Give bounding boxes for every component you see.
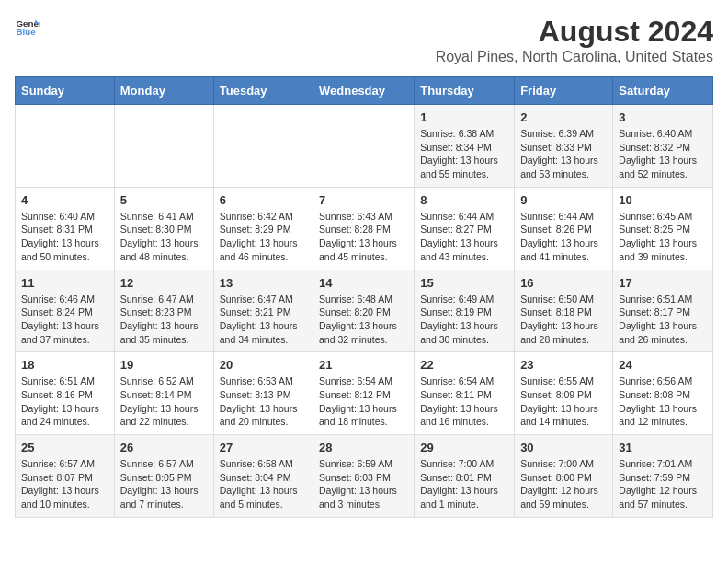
day-cell: 15Sunrise: 6:49 AMSunset: 8:19 PMDayligh… bbox=[415, 270, 515, 352]
day-cell: 2Sunrise: 6:39 AMSunset: 8:33 PMDaylight… bbox=[515, 105, 613, 188]
day-cell: 26Sunrise: 6:57 AMSunset: 8:05 PMDayligh… bbox=[114, 435, 213, 518]
day-cell bbox=[16, 105, 115, 188]
day-number: 5 bbox=[120, 193, 208, 207]
day-cell: 25Sunrise: 6:57 AMSunset: 8:07 PMDayligh… bbox=[16, 435, 115, 518]
day-info: Sunrise: 6:55 AMSunset: 8:09 PMDaylight:… bbox=[520, 374, 607, 429]
title-area: August 2024 Royal Pines, North Carolina,… bbox=[436, 15, 713, 65]
logo: General Blue bbox=[15, 15, 40, 40]
day-cell: 5Sunrise: 6:41 AMSunset: 8:30 PMDaylight… bbox=[114, 187, 213, 270]
header-wednesday: Wednesday bbox=[313, 77, 415, 105]
day-cell: 29Sunrise: 7:00 AMSunset: 8:01 PMDayligh… bbox=[415, 435, 515, 518]
day-number: 11 bbox=[21, 276, 108, 290]
day-info: Sunrise: 6:43 AMSunset: 8:28 PMDaylight:… bbox=[319, 210, 408, 264]
header-saturday: Saturday bbox=[613, 77, 713, 105]
day-number: 14 bbox=[319, 276, 408, 290]
day-cell: 1Sunrise: 6:38 AMSunset: 8:34 PMDaylight… bbox=[415, 105, 515, 188]
day-number: 27 bbox=[220, 441, 307, 454]
day-info: Sunrise: 6:51 AMSunset: 8:16 PMDaylight:… bbox=[21, 374, 108, 429]
day-info: Sunrise: 6:46 AMSunset: 8:24 PMDaylight:… bbox=[21, 293, 108, 347]
day-info: Sunrise: 6:40 AMSunset: 8:32 PMDaylight:… bbox=[619, 127, 707, 181]
week-row-4: 18Sunrise: 6:51 AMSunset: 8:16 PMDayligh… bbox=[16, 352, 713, 435]
day-number: 26 bbox=[120, 441, 208, 454]
header-sunday: Sunday bbox=[16, 77, 115, 105]
day-number: 24 bbox=[619, 358, 707, 372]
header-tuesday: Tuesday bbox=[213, 77, 313, 105]
calendar-body: 1Sunrise: 6:38 AMSunset: 8:34 PMDaylight… bbox=[16, 105, 713, 518]
day-cell: 30Sunrise: 7:00 AMSunset: 8:00 PMDayligh… bbox=[515, 435, 613, 518]
day-cell: 10Sunrise: 6:45 AMSunset: 8:25 PMDayligh… bbox=[613, 187, 713, 270]
day-info: Sunrise: 6:48 AMSunset: 8:20 PMDaylight:… bbox=[319, 293, 408, 347]
day-info: Sunrise: 6:38 AMSunset: 8:34 PMDaylight:… bbox=[420, 127, 508, 181]
day-info: Sunrise: 7:01 AMSunset: 7:59 PMDaylight:… bbox=[619, 457, 707, 511]
day-cell: 14Sunrise: 6:48 AMSunset: 8:20 PMDayligh… bbox=[313, 270, 415, 352]
day-number: 15 bbox=[420, 276, 508, 290]
day-number: 4 bbox=[21, 193, 108, 207]
day-cell: 8Sunrise: 6:44 AMSunset: 8:27 PMDaylight… bbox=[415, 187, 515, 270]
day-info: Sunrise: 6:41 AMSunset: 8:30 PMDaylight:… bbox=[120, 210, 208, 264]
day-info: Sunrise: 6:47 AMSunset: 8:21 PMDaylight:… bbox=[220, 293, 307, 347]
day-cell: 18Sunrise: 6:51 AMSunset: 8:16 PMDayligh… bbox=[16, 352, 115, 435]
day-cell: 28Sunrise: 6:59 AMSunset: 8:03 PMDayligh… bbox=[313, 435, 415, 518]
day-number: 20 bbox=[220, 358, 307, 372]
day-number: 17 bbox=[619, 276, 707, 290]
main-title: August 2024 bbox=[436, 15, 713, 49]
day-info: Sunrise: 7:00 AMSunset: 8:01 PMDaylight:… bbox=[420, 457, 508, 511]
day-info: Sunrise: 6:54 AMSunset: 8:12 PMDaylight:… bbox=[319, 374, 408, 429]
week-row-2: 4Sunrise: 6:40 AMSunset: 8:31 PMDaylight… bbox=[16, 187, 713, 270]
day-cell: 11Sunrise: 6:46 AMSunset: 8:24 PMDayligh… bbox=[16, 270, 115, 352]
day-number: 7 bbox=[319, 193, 408, 207]
day-cell: 12Sunrise: 6:47 AMSunset: 8:23 PMDayligh… bbox=[114, 270, 213, 352]
day-info: Sunrise: 6:50 AMSunset: 8:18 PMDaylight:… bbox=[520, 293, 607, 347]
day-cell: 21Sunrise: 6:54 AMSunset: 8:12 PMDayligh… bbox=[313, 352, 415, 435]
day-info: Sunrise: 6:51 AMSunset: 8:17 PMDaylight:… bbox=[619, 293, 707, 347]
day-number: 6 bbox=[220, 193, 307, 207]
header-monday: Monday bbox=[114, 77, 213, 105]
day-cell: 16Sunrise: 6:50 AMSunset: 8:18 PMDayligh… bbox=[515, 270, 613, 352]
header-row: Sunday Monday Tuesday Wednesday Thursday… bbox=[16, 77, 713, 105]
day-number: 22 bbox=[420, 358, 508, 372]
day-cell: 17Sunrise: 6:51 AMSunset: 8:17 PMDayligh… bbox=[613, 270, 713, 352]
day-info: Sunrise: 6:44 AMSunset: 8:26 PMDaylight:… bbox=[520, 210, 607, 264]
day-cell: 22Sunrise: 6:54 AMSunset: 8:11 PMDayligh… bbox=[415, 352, 515, 435]
day-info: Sunrise: 6:52 AMSunset: 8:14 PMDaylight:… bbox=[120, 374, 208, 429]
day-cell: 7Sunrise: 6:43 AMSunset: 8:28 PMDaylight… bbox=[313, 187, 415, 270]
calendar-header: Sunday Monday Tuesday Wednesday Thursday… bbox=[16, 77, 713, 105]
day-info: Sunrise: 6:49 AMSunset: 8:19 PMDaylight:… bbox=[420, 293, 508, 347]
day-number: 9 bbox=[520, 193, 607, 207]
day-info: Sunrise: 6:45 AMSunset: 8:25 PMDaylight:… bbox=[619, 210, 707, 264]
day-number: 1 bbox=[420, 110, 508, 124]
day-info: Sunrise: 6:59 AMSunset: 8:03 PMDaylight:… bbox=[319, 457, 408, 511]
day-cell: 9Sunrise: 6:44 AMSunset: 8:26 PMDaylight… bbox=[515, 187, 613, 270]
day-number: 3 bbox=[619, 110, 707, 124]
day-cell: 19Sunrise: 6:52 AMSunset: 8:14 PMDayligh… bbox=[114, 352, 213, 435]
day-number: 18 bbox=[21, 358, 108, 372]
day-cell bbox=[114, 105, 213, 188]
day-info: Sunrise: 6:53 AMSunset: 8:13 PMDaylight:… bbox=[220, 374, 307, 429]
day-info: Sunrise: 6:47 AMSunset: 8:23 PMDaylight:… bbox=[120, 293, 208, 347]
week-row-1: 1Sunrise: 6:38 AMSunset: 8:34 PMDaylight… bbox=[16, 105, 713, 188]
day-cell: 13Sunrise: 6:47 AMSunset: 8:21 PMDayligh… bbox=[213, 270, 313, 352]
day-cell: 3Sunrise: 6:40 AMSunset: 8:32 PMDaylight… bbox=[613, 105, 713, 188]
day-info: Sunrise: 7:00 AMSunset: 8:00 PMDaylight:… bbox=[520, 457, 607, 511]
day-number: 12 bbox=[120, 276, 208, 290]
day-number: 21 bbox=[319, 358, 408, 372]
day-cell: 31Sunrise: 7:01 AMSunset: 7:59 PMDayligh… bbox=[613, 435, 713, 518]
day-number: 16 bbox=[520, 276, 607, 290]
day-info: Sunrise: 6:40 AMSunset: 8:31 PMDaylight:… bbox=[21, 210, 108, 264]
day-info: Sunrise: 6:58 AMSunset: 8:04 PMDaylight:… bbox=[220, 457, 307, 511]
day-info: Sunrise: 6:56 AMSunset: 8:08 PMDaylight:… bbox=[619, 374, 707, 429]
day-number: 31 bbox=[619, 441, 707, 454]
day-number: 19 bbox=[120, 358, 208, 372]
week-row-5: 25Sunrise: 6:57 AMSunset: 8:07 PMDayligh… bbox=[16, 435, 713, 518]
day-number: 10 bbox=[619, 193, 707, 207]
header: General Blue August 2024 Royal Pines, No… bbox=[15, 15, 713, 65]
day-number: 29 bbox=[420, 441, 508, 454]
header-friday: Friday bbox=[515, 77, 613, 105]
day-cell bbox=[213, 105, 313, 188]
day-cell bbox=[313, 105, 415, 188]
day-cell: 24Sunrise: 6:56 AMSunset: 8:08 PMDayligh… bbox=[613, 352, 713, 435]
day-cell: 6Sunrise: 6:42 AMSunset: 8:29 PMDaylight… bbox=[213, 187, 313, 270]
day-cell: 20Sunrise: 6:53 AMSunset: 8:13 PMDayligh… bbox=[213, 352, 313, 435]
day-number: 30 bbox=[520, 441, 607, 454]
day-info: Sunrise: 6:39 AMSunset: 8:33 PMDaylight:… bbox=[520, 127, 607, 181]
